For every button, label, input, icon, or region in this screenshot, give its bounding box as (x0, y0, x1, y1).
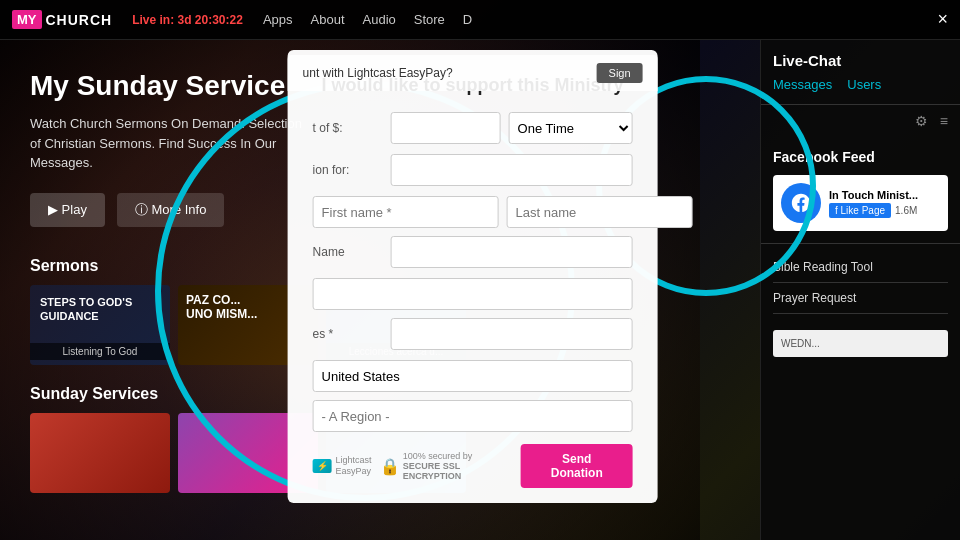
lightcast-icon: ⚡ (313, 459, 332, 473)
modal-footer: ⚡ LightcastEasyPay 🔒 100% secured bySECU… (313, 444, 633, 488)
menu-icon[interactable]: ≡ (940, 113, 948, 129)
logo-church: CHURCH (46, 12, 113, 28)
sidebar-link-bible[interactable]: Bible Reading Tool (773, 252, 948, 283)
chat-tabs: Messages Users (773, 77, 948, 92)
tab-users[interactable]: Users (847, 77, 881, 92)
send-donation-button[interactable]: Send Donation (521, 444, 633, 488)
donation-modal: I would like to support this Ministry t … (288, 50, 658, 503)
live-chat-title: Live-Chat (773, 52, 948, 69)
email-label: Name (313, 245, 383, 259)
gear-icon[interactable]: ⚙ (915, 113, 928, 129)
phone-row: es * (313, 318, 633, 350)
sermon-card-2-text: PAZ CO...UNO MISM... (186, 293, 257, 321)
address-input[interactable] (313, 278, 633, 310)
fb-info: In Touch Minist... f Like Page 1.6M (829, 189, 940, 218)
tab-messages[interactable]: Messages (773, 77, 832, 92)
last-name-input[interactable] (507, 196, 693, 228)
sidebar-controls: ⚙ ≡ (761, 105, 960, 137)
sermon-card-1-text: STEPS TO GOD'SGUIDANCE (40, 295, 132, 324)
logo-my: MY (12, 10, 42, 29)
lightcast-text: LightcastEasyPay (336, 455, 372, 477)
amount-label: t of $: (313, 121, 383, 135)
nav-apps[interactable]: Apps (263, 12, 293, 27)
secure-text: 100% secured bySECURE SSL ENCRYPTION (403, 451, 513, 481)
phone-input[interactable] (391, 318, 633, 350)
live-chat-section: Live-Chat Messages Users (761, 40, 960, 105)
first-name-input[interactable] (313, 196, 499, 228)
email-row: Name (313, 236, 633, 268)
amount-row: t of $: One Time Weekly Monthly (313, 112, 633, 144)
fb-count: 1.6M (895, 205, 917, 216)
sidebar-links: Bible Reading Tool Prayer Request (761, 244, 960, 322)
email-input[interactable] (391, 236, 633, 268)
live-countdown: Live in: 3d 20:30:22 (132, 13, 243, 27)
nav-store[interactable]: Store (414, 12, 445, 27)
nav-about[interactable]: About (311, 12, 345, 27)
wed-content: WEDN... (761, 322, 960, 371)
account-text: unt with Lightcast EasyPay? (303, 66, 453, 80)
secure-badge: 🔒 100% secured bySECURE SSL ENCRYPTION (380, 451, 513, 481)
facebook-card: In Touch Minist... f Like Page 1.6M (773, 175, 948, 231)
wed-card: WEDN... (773, 330, 948, 357)
nav-links: Apps About Audio Store D (263, 12, 472, 27)
amount-input[interactable] (391, 112, 501, 144)
close-icon[interactable]: × (937, 9, 948, 30)
nav-audio[interactable]: Audio (363, 12, 396, 27)
name-row (313, 196, 633, 228)
fb-like-row: f Like Page 1.6M (829, 203, 940, 218)
phone-label: es * (313, 327, 383, 341)
more-info-button[interactable]: ⓘ More Info (117, 193, 225, 227)
sign-button[interactable]: Sign (597, 63, 643, 83)
facebook-feed-section: Facebook Feed In Touch Minist... f Like … (761, 137, 960, 244)
donation-for-row: ion for: (313, 154, 633, 186)
region-input[interactable] (313, 400, 633, 432)
fb-like-button[interactable]: f Like Page (829, 203, 891, 218)
donation-for-input[interactable] (391, 154, 633, 186)
frequency-select[interactable]: One Time Weekly Monthly (509, 112, 633, 144)
fb-page-name: In Touch Minist... (829, 189, 940, 201)
service-card-1[interactable] (30, 413, 170, 493)
country-input[interactable] (313, 360, 633, 392)
logo: MY CHURCH (12, 10, 112, 29)
right-sidebar: Live-Chat Messages Users ⚙ ≡ Facebook Fe… (760, 40, 960, 540)
play-button[interactable]: ▶ Play (30, 193, 105, 227)
lightcast-logo: ⚡ LightcastEasyPay (313, 455, 372, 477)
page-description: Watch Church Sermons On Demand. Selectio… (30, 114, 310, 173)
nav-d[interactable]: D (463, 12, 472, 27)
donation-for-label: ion for: (313, 163, 383, 177)
sermon-card-1-label: Listening To God (30, 343, 170, 360)
facebook-logo (781, 183, 821, 223)
secure-icon: 🔒 (380, 457, 400, 476)
sermon-card-1[interactable]: STEPS TO GOD'SGUIDANCE Listening To God (30, 285, 170, 365)
account-banner: unt with Lightcast EasyPay? Sign (288, 55, 658, 91)
sidebar-link-prayer[interactable]: Prayer Request (773, 283, 948, 314)
navbar: MY CHURCH Live in: 3d 20:30:22 Apps Abou… (0, 0, 960, 40)
facebook-title: Facebook Feed (773, 149, 948, 165)
